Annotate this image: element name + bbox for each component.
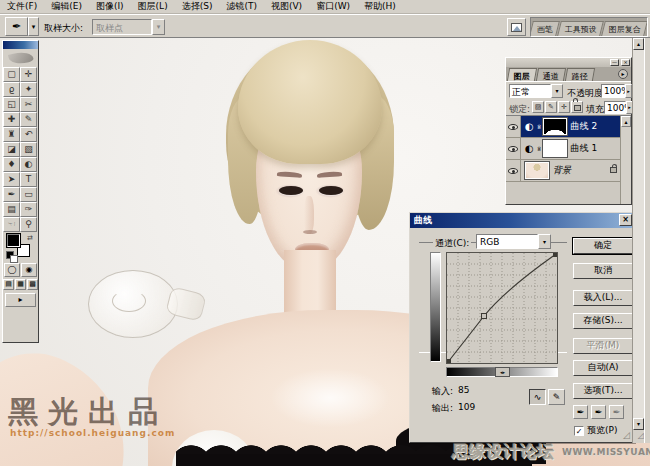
menu-item-edit[interactable]: 编辑(E) [44, 0, 89, 14]
auto-button[interactable]: 自动(A) [573, 360, 633, 376]
fill-value[interactable]: 100% [604, 101, 626, 114]
tool-brush[interactable]: ✎ [20, 112, 37, 127]
menu-item-filter[interactable]: 滤镜(T) [219, 0, 264, 14]
channel-select[interactable]: RGB [476, 234, 538, 249]
layer-mask-thumbnail[interactable] [543, 118, 567, 135]
quick-mask-mode-button[interactable]: ◉ [21, 263, 37, 277]
tool-clone-stamp[interactable]: ♜ [3, 127, 20, 142]
file-browser-button[interactable] [507, 18, 526, 36]
pencil-curve-mode-button[interactable]: ✎ [548, 389, 565, 405]
foreground-color-swatch[interactable] [7, 234, 20, 247]
toolbox-title-bar[interactable] [3, 41, 38, 49]
fullscreen-button[interactable]: ▩ [27, 279, 38, 290]
sample-size-select[interactable]: 取样点 [92, 19, 152, 35]
black-point-eyedropper-button[interactable]: ✒ [573, 405, 588, 419]
window-resize-grip[interactable]: ◿ [633, 430, 644, 443]
standard-screen-button[interactable]: ▤ [3, 279, 14, 290]
tab-channels[interactable]: 通道 [536, 68, 566, 81]
document-vertical-scrollbar[interactable]: ▴ ▾ ◿ [632, 38, 644, 443]
scroll-up-button[interactable]: ▴ [633, 38, 644, 50]
palette-well-tab-tool-presets[interactable]: 工具预设 [557, 21, 604, 36]
tool-path-selection[interactable]: ➤ [3, 172, 20, 187]
active-tool-dropdown-button[interactable]: ▾ [28, 17, 39, 36]
menu-item-window[interactable]: 窗口(W) [309, 0, 357, 14]
imageready-button[interactable]: ▸ [5, 293, 36, 307]
blend-mode-dropdown-button[interactable]: ▾ [551, 84, 563, 98]
visibility-toggle[interactable] [506, 116, 521, 137]
tool-move[interactable]: ✛ [20, 67, 37, 82]
curve-line[interactable] [448, 254, 556, 362]
save-button[interactable]: 存储(S)... [573, 313, 633, 329]
curve-endpoint-shadows[interactable] [447, 359, 451, 363]
layer-name[interactable]: 背景 [553, 164, 571, 177]
close-icon[interactable]: × [621, 59, 630, 66]
swap-colors-icon[interactable]: ⇄ [27, 234, 33, 242]
opacity-value[interactable]: 100% [601, 84, 625, 98]
scroll-up-button[interactable]: ▴ [621, 116, 631, 127]
close-icon[interactable]: × [619, 214, 632, 226]
gray-point-eyedropper-button[interactable]: ✒ [591, 405, 606, 419]
tool-zoom[interactable]: ⚲ [20, 217, 37, 232]
visibility-toggle[interactable] [506, 160, 521, 181]
curves-grid[interactable] [446, 252, 558, 364]
default-colors-icon-bg[interactable] [10, 255, 18, 263]
fullscreen-menubar-button[interactable]: ▦ [15, 279, 26, 290]
curve-endpoint-highlights[interactable] [553, 253, 557, 257]
menu-item-select[interactable]: 选择(S) [175, 0, 220, 14]
gradient-flip-handle[interactable]: ◂▸ [495, 367, 510, 377]
cancel-button[interactable]: 取消 [573, 263, 633, 279]
tab-paths[interactable]: 路径 [565, 68, 595, 81]
blend-mode-select[interactable]: 正常 [509, 84, 551, 98]
tool-magic-wand[interactable]: ✦ [20, 82, 37, 97]
tool-gradient[interactable]: ▧ [20, 142, 37, 157]
tool-healing-brush[interactable]: ✚ [3, 112, 20, 127]
menu-item-image[interactable]: 图像(I) [89, 0, 131, 14]
ok-button[interactable]: 确定 [573, 238, 633, 254]
point-curve-mode-button[interactable]: ∿ [529, 389, 546, 405]
tool-rectangular-marquee[interactable]: ▢ [3, 67, 20, 82]
layer-row-curves-2[interactable]: ◐ ∞ 曲线 2 [506, 116, 631, 138]
tab-layers[interactable]: 图层 [507, 68, 537, 81]
visibility-toggle[interactable] [506, 138, 521, 159]
scroll-down-button[interactable]: ▾ [633, 418, 644, 430]
active-tool-eyedropper-button[interactable]: ✒ [5, 17, 28, 36]
minimize-button[interactable]: — [610, 59, 619, 66]
tool-slice[interactable]: ✂ [20, 97, 37, 112]
layer-name[interactable]: 曲线 1 [571, 142, 598, 155]
tool-eyedropper[interactable]: ✑ [20, 202, 37, 217]
palette-well-tab-brushes[interactable]: 画笔 [530, 21, 560, 36]
sample-size-dropdown-button[interactable]: ▾ [152, 19, 165, 35]
lock-position-toggle[interactable]: ✛ [558, 101, 570, 113]
tool-type[interactable]: T [20, 172, 37, 187]
menu-item-view[interactable]: 视图(V) [264, 0, 309, 14]
palette-menu-button[interactable]: ▸ [618, 69, 628, 79]
load-button[interactable]: 载入(L)... [573, 290, 633, 306]
tool-notes[interactable]: ▤ [3, 202, 20, 217]
layer-thumbnail[interactable] [525, 162, 549, 179]
tool-shape[interactable]: ▭ [20, 187, 37, 202]
preview-checkbox[interactable]: ✓ [574, 426, 584, 436]
white-point-eyedropper-button[interactable]: ✒ [609, 405, 624, 419]
tool-blur[interactable]: ♦ [3, 157, 20, 172]
channel-dropdown-button[interactable]: ▾ [538, 234, 551, 249]
layers-palette-title-bar[interactable]: — × [506, 58, 631, 67]
lock-transparency-toggle[interactable]: ▨ [532, 101, 544, 113]
tool-history-brush[interactable]: ↶ [20, 127, 37, 142]
standard-mode-button[interactable]: ◯ [4, 263, 20, 277]
menu-item-file[interactable]: 文件(F) [0, 0, 44, 14]
tool-dodge[interactable]: ◐ [20, 157, 37, 172]
layer-row-curves-1[interactable]: ◐ ∞ 曲线 1 [506, 138, 631, 160]
lock-all-toggle[interactable] [571, 101, 583, 113]
tool-hand[interactable]: ☜ [3, 217, 20, 232]
tool-lasso[interactable]: ϱ [3, 82, 20, 97]
menu-item-layer[interactable]: 图层(L) [131, 0, 175, 14]
layer-row-background[interactable]: 背景 [506, 160, 631, 182]
layer-mask-thumbnail[interactable] [543, 140, 567, 157]
layer-name[interactable]: 曲线 2 [571, 120, 598, 133]
lock-pixels-toggle[interactable]: ✎ [545, 101, 557, 113]
opacity-slider-button[interactable]: ▸ [625, 84, 632, 98]
curves-dialog-title-bar[interactable]: 曲线 × [410, 213, 634, 228]
tool-pen[interactable]: ✒ [3, 187, 20, 202]
menu-item-help[interactable]: 帮助(H) [357, 0, 403, 14]
tool-eraser[interactable]: ◪ [3, 142, 20, 157]
